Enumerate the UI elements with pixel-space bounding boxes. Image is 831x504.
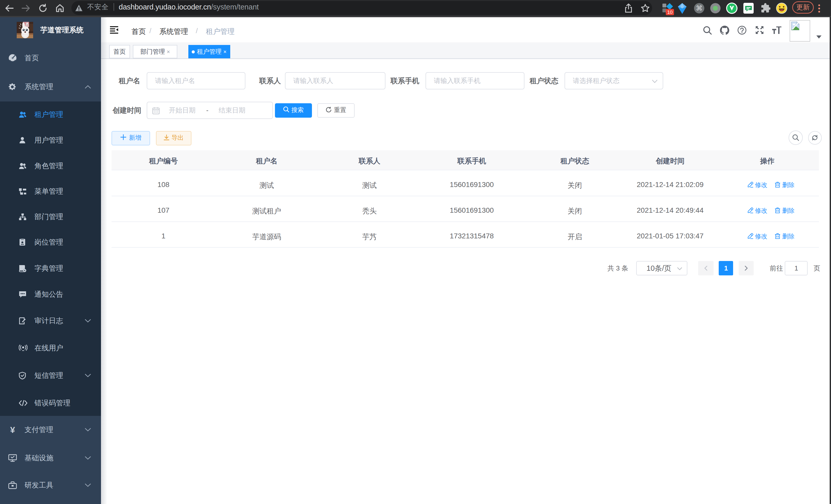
svg-text:⌘: ⌘ [696,4,703,12]
svg-text:¥: ¥ [10,426,15,434]
svg-text:10: 10 [667,9,672,15]
